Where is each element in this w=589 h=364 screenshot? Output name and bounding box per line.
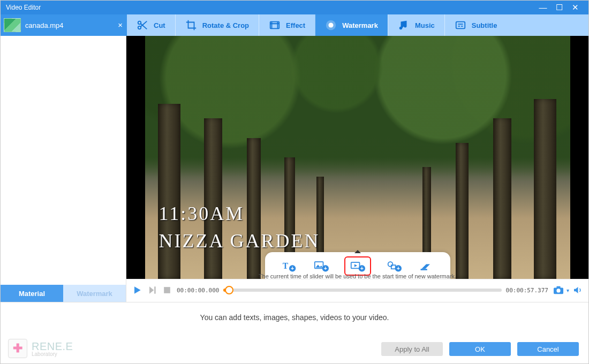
timeline: The current time of slider will be used … (126, 279, 588, 301)
tab-watermark[interactable]: Watermark (315, 14, 388, 36)
left-panel: Material Watermark (1, 36, 126, 302)
tab-subtitle[interactable]: Subtitle (444, 14, 507, 36)
crop-icon (185, 19, 197, 31)
svg-text:+: + (323, 265, 327, 271)
brand-name: RENE.E (32, 340, 73, 352)
file-name: canada.mp4 (25, 21, 64, 29)
camera-icon[interactable] (553, 285, 564, 295)
tab-effect[interactable]: Effect (259, 14, 315, 36)
volume-icon[interactable] (571, 285, 583, 295)
footer-message: You can add texts, images, shapes, video… (1, 313, 588, 322)
step-button[interactable] (147, 285, 157, 295)
svg-text:+: + (396, 265, 399, 271)
add-shape-watermark-button[interactable]: + (385, 259, 403, 274)
watermark-icon (325, 19, 337, 31)
camera-dropdown-icon[interactable]: ▾ (567, 287, 569, 293)
svg-point-0 (138, 21, 141, 25)
app-window: Video Editor — ☐ ✕ canada.mp4 × Cut Rota… (0, 0, 589, 364)
image-plus-icon: + (314, 260, 329, 272)
text-plus-icon: T+ (282, 260, 297, 272)
left-bottom-tabs: Material Watermark (1, 285, 126, 302)
ok-button[interactable]: OK (449, 342, 511, 356)
tab-effect-label: Effect (286, 21, 305, 29)
main-tabs: Cut Rotate & Crop Effect Watermark Music… (127, 14, 588, 36)
scissors-icon (137, 19, 148, 31)
play-button[interactable] (132, 285, 142, 295)
preview-area: 11:30AM NIZZA GARDEN T+ + + (126, 36, 588, 279)
tab-watermark-label: Watermark (342, 21, 378, 29)
svg-point-5 (330, 24, 332, 26)
tab-subtitle-label: Subtitle (472, 21, 497, 29)
total-time: 00:00:57.377 (506, 287, 548, 294)
minimize-button[interactable]: — (535, 1, 551, 14)
footer: You can add texts, images, shapes, video… (1, 302, 588, 363)
footer-buttons: Apply to All OK Cancel (1, 342, 588, 363)
tab-music[interactable]: Music (388, 14, 444, 36)
maximize-button[interactable]: ☐ (551, 1, 567, 14)
remove-watermark-button[interactable] (417, 259, 435, 274)
ribbon: canada.mp4 × Cut Rotate & Crop Effect Wa… (1, 14, 588, 36)
tab-music-label: Music (415, 21, 435, 29)
svg-rect-21 (154, 286, 156, 293)
overlay-line1: 11:30AM (159, 200, 320, 227)
tab-cut-label: Cut (154, 21, 165, 29)
left-tab-watermark[interactable]: Watermark (63, 285, 126, 302)
subtitle-icon (455, 19, 466, 31)
svg-rect-20 (420, 269, 427, 270)
right-panel: 11:30AM NIZZA GARDEN T+ + + (126, 36, 588, 302)
stop-button[interactable] (162, 285, 172, 295)
effect-icon (269, 19, 281, 31)
video-preview[interactable]: 11:30AM NIZZA GARDEN T+ + + (145, 36, 570, 279)
add-image-watermark-button[interactable]: + (312, 259, 330, 274)
close-file-icon[interactable]: × (118, 20, 123, 29)
svg-rect-25 (556, 286, 560, 289)
svg-rect-6 (456, 22, 465, 29)
overlay-line2: NIZZA GARDEN (159, 228, 320, 254)
brand-badge-icon: ✚ (8, 339, 27, 358)
svg-point-1 (138, 26, 141, 29)
titlebar: Video Editor — ☐ ✕ (1, 1, 588, 14)
open-file-tab[interactable]: canada.mp4 × (1, 14, 127, 36)
close-window-button[interactable]: ✕ (567, 1, 583, 14)
preview-overlay-text: 11:30AM NIZZA GARDEN (159, 200, 320, 254)
apply-to-all-button[interactable]: Apply to All (381, 342, 443, 356)
music-icon (398, 19, 410, 31)
brand-logo: ✚ RENE.E Laboratory (8, 339, 73, 358)
snapshot-controls: ▾ (553, 285, 583, 295)
shape-plus-icon: + (387, 260, 402, 272)
current-time: 00:00:00.000 (177, 287, 219, 294)
seek-handle[interactable] (225, 286, 233, 294)
video-plus-icon: + (350, 260, 365, 272)
cancel-button[interactable]: Cancel (517, 342, 579, 356)
svg-text:+: + (291, 265, 294, 271)
body: Material Watermark (1, 36, 588, 302)
window-title: Video Editor (6, 4, 535, 11)
material-list[interactable] (1, 36, 126, 285)
left-tab-material[interactable]: Material (1, 285, 63, 302)
seek-track[interactable] (223, 289, 501, 292)
eraser-icon (419, 260, 434, 272)
svg-point-16 (388, 262, 392, 267)
svg-point-24 (556, 289, 560, 292)
svg-text:+: + (360, 265, 363, 271)
tab-rotate-label: Rotate & Crop (202, 21, 249, 29)
timeline-hint: The current time of slider will be used … (126, 273, 588, 279)
tab-cut[interactable]: Cut (127, 14, 175, 36)
svg-rect-22 (164, 287, 170, 293)
add-text-watermark-button[interactable]: T+ (280, 259, 298, 274)
svg-text:T: T (282, 261, 288, 270)
file-thumbnail (4, 18, 21, 32)
tab-rotate-crop[interactable]: Rotate & Crop (175, 14, 259, 36)
